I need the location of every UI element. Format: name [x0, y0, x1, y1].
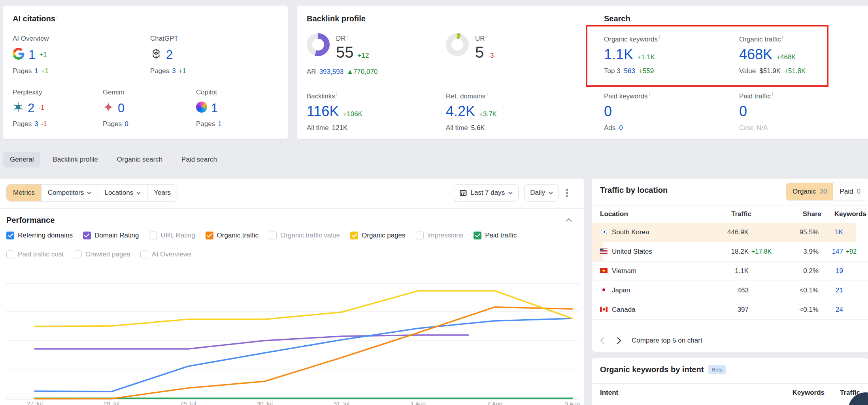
metric-toggle-paid-traffic[interactable]: Paid traffic: [474, 232, 517, 239]
compare-top5-link[interactable]: Compare top 5 on chart: [632, 337, 702, 345]
location-row-japan[interactable]: Japan463<0.1%21: [592, 281, 868, 300]
x-axis-label: 28 Jul: [104, 400, 119, 405]
ads-value[interactable]: 0: [619, 124, 623, 132]
perplexity-count[interactable]: 2: [28, 102, 34, 114]
gemini-count[interactable]: 0: [118, 102, 125, 114]
paid-traffic-value[interactable]: 0: [739, 103, 747, 119]
metric-toggle-crawled-pages[interactable]: Crawled pages: [74, 251, 130, 258]
performance-line-chart[interactable]: 27 Jul28 Jul29 Jul30 Jul31 Jul1 Aug2 Aug…: [0, 261, 584, 405]
copilot-count[interactable]: 1: [211, 102, 218, 114]
location-row-south-korea[interactable]: South Korea446.9K95.5%1K: [592, 223, 868, 242]
tab-general[interactable]: General: [3, 152, 40, 168]
ahrefs-rank-row: AR 393,593 ▲770,070: [307, 68, 377, 76]
x-axis-label: 3 Aug: [565, 400, 580, 405]
backlinks-value[interactable]: 116K: [307, 104, 339, 119]
dr-label: DRi: [336, 34, 369, 43]
x-axis-label: 2 Aug: [487, 400, 502, 405]
tab-organic-search[interactable]: Organic search: [110, 152, 169, 168]
chevron-down-icon: [549, 192, 553, 194]
segment-locations[interactable]: Locations: [98, 185, 147, 201]
prev-page-icon[interactable]: [600, 337, 605, 345]
location-row-united-states[interactable]: United States18.2K+17.8K3.9%147+92: [592, 242, 868, 262]
location-table-header: Location Traffic Share Keywords: [600, 210, 866, 218]
checked-checkbox-icon: [350, 232, 358, 239]
more-options-icon[interactable]: [564, 187, 570, 199]
x-axis-label: 30 Jul: [257, 400, 273, 405]
x-axis-label: 1 Aug: [411, 400, 426, 405]
location-name: Japan: [612, 286, 630, 294]
traffic-value: 18.2K: [707, 248, 749, 256]
metric-toggles-row-1: Referring domainsDomain RatingURL Rating…: [6, 232, 517, 239]
x-axis-label: 27 Jul: [27, 400, 43, 405]
location-row-vietnam[interactable]: Vietnam1.1K0.2%19: [592, 262, 868, 281]
traffic-value: 446.9K: [707, 228, 749, 236]
unchecked-checkbox-icon: [6, 251, 14, 258]
metric-toggle-url-rating[interactable]: URL Rating: [149, 232, 195, 239]
keywords-by-intent-card: Organic keywords by intent Beta Intent K…: [592, 358, 868, 405]
ai-tile-gemini: Gemini 0 Pages0: [103, 89, 128, 128]
segment-years[interactable]: Years: [147, 185, 177, 201]
unchecked-checkbox-icon: [269, 232, 277, 239]
ar-value[interactable]: 393,593: [319, 68, 343, 76]
info-icon[interactable]: i: [486, 34, 487, 39]
metric-toggle-paid-traffic-cost[interactable]: Paid traffic cost: [6, 251, 64, 258]
domain-rating-donut: [307, 33, 330, 56]
pages-count[interactable]: 1: [218, 120, 221, 128]
beta-badge: Beta: [708, 365, 726, 374]
info-icon[interactable]: i: [347, 34, 348, 39]
metric-toggle-impressions[interactable]: Impressions: [416, 232, 464, 239]
pages-count[interactable]: 3: [172, 67, 175, 75]
info-icon[interactable]: i: [57, 14, 57, 19]
keywords-count[interactable]: 21: [819, 286, 843, 294]
collapse-chevron-icon[interactable]: [566, 217, 572, 224]
keywords-count[interactable]: 19: [819, 267, 843, 275]
location-name: Vietnam: [612, 267, 636, 275]
keywords-count[interactable]: 1K: [819, 228, 843, 236]
flag-icon-kr: [600, 228, 608, 236]
traffic-by-location-card: Traffic by location Organic30 Paid0 Loca…: [592, 179, 868, 352]
calendar-icon: [460, 189, 467, 196]
metric-toggle-domain-rating[interactable]: Domain Rating: [83, 232, 139, 239]
location-row-canada[interactable]: Canada397<0.1%24: [592, 300, 868, 320]
metric-toggle-ai-overviews[interactable]: AI Overviews: [140, 251, 191, 258]
metric-toggle-referring-domains[interactable]: Referring domains: [6, 232, 73, 239]
keywords-count[interactable]: 24: [819, 306, 843, 314]
info-icon[interactable]: i: [336, 92, 337, 96]
ai-citations-card: AI citationsi AI Overview 1 +1 Pages1+1 …: [3, 6, 288, 139]
metric-toggle-organic-pages[interactable]: Organic pages: [350, 232, 406, 239]
chatgpt-count[interactable]: 2: [166, 49, 173, 61]
metric-toggle-organic-traffic[interactable]: Organic traffic: [206, 232, 259, 239]
ref-domains-value[interactable]: 4.2K: [446, 104, 475, 119]
info-icon[interactable]: i: [649, 92, 650, 96]
info-icon[interactable]: i: [487, 92, 487, 96]
toggle-organic[interactable]: Organic30: [786, 183, 833, 200]
flag-icon-us: [600, 248, 608, 256]
pages-count[interactable]: 0: [125, 120, 128, 128]
info-icon[interactable]: i: [772, 92, 773, 96]
granularity-button[interactable]: Daily: [524, 184, 559, 202]
keywords-count[interactable]: 147: [819, 248, 843, 256]
traffic-by-location-title: Traffic by location: [600, 186, 668, 195]
share-value: <0.1%: [782, 286, 819, 294]
divider: [592, 383, 868, 384]
openai-icon: [150, 48, 162, 61]
segment-metrics[interactable]: Metrics: [7, 185, 41, 201]
ai-overview-count[interactable]: 1: [28, 49, 35, 61]
date-range-button[interactable]: Last 7 days: [454, 184, 519, 202]
pages-count[interactable]: 3: [34, 120, 38, 128]
next-page-icon[interactable]: [617, 337, 621, 345]
tab-paid-search[interactable]: Paid search: [175, 152, 224, 168]
paid-traffic-block: Paid traffici 0 CostN/A: [739, 92, 773, 132]
chevron-down-icon: [508, 192, 513, 194]
ur-label: URi: [475, 34, 494, 43]
chevron-down-icon: [136, 192, 141, 194]
metric-toggle-organic-traffic-value[interactable]: Organic traffic value: [269, 232, 340, 239]
tab-backlink-profile[interactable]: Backlink profile: [46, 152, 104, 168]
perplexity-icon: [13, 102, 24, 114]
flag-icon-jp: [600, 286, 608, 294]
paid-keywords-value[interactable]: 0: [604, 103, 612, 119]
segment-competitors[interactable]: Competitors: [41, 185, 98, 201]
toggle-paid[interactable]: Paid0: [833, 183, 867, 200]
pages-count[interactable]: 1: [34, 67, 38, 75]
unchecked-checkbox-icon: [416, 232, 424, 239]
